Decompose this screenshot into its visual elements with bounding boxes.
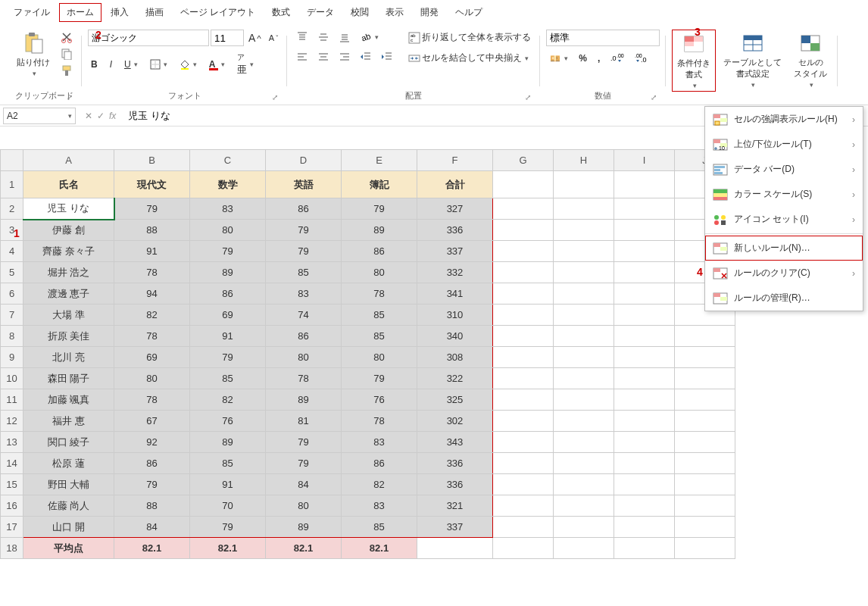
menu-校閲[interactable]: 校閲: [343, 3, 376, 22]
cell[interactable]: 79: [266, 432, 342, 453]
cell[interactable]: 322: [417, 368, 493, 389]
row-header-12[interactable]: 12: [1, 411, 23, 432]
col-header-F[interactable]: F: [417, 150, 493, 171]
cell[interactable]: 69: [114, 347, 190, 368]
cell[interactable]: 332: [417, 262, 493, 283]
cell[interactable]: 関口 綾子: [23, 432, 114, 453]
col-header-B[interactable]: B: [114, 150, 190, 171]
align-top-button[interactable]: [293, 30, 311, 45]
cell[interactable]: 78: [342, 283, 417, 305]
cell[interactable]: 児玉 りな: [23, 198, 114, 220]
cell[interactable]: 89: [190, 432, 266, 453]
cell[interactable]: 83: [266, 283, 342, 305]
cell[interactable]: 堀井 浩之: [23, 262, 114, 283]
col-header-C[interactable]: C: [190, 150, 266, 171]
underline-button[interactable]: U▾: [121, 58, 141, 71]
row-header-3[interactable]: 3: [1, 220, 23, 241]
cell[interactable]: 82: [114, 305, 190, 326]
decrease-decimal-button[interactable]: .00.0: [632, 52, 651, 65]
wrap-text-button[interactable]: abc 折り返して全体を表示する: [405, 30, 534, 45]
format-painter-button[interactable]: [58, 63, 76, 78]
fill-color-button[interactable]: ▾: [176, 58, 200, 71]
cell[interactable]: 山口 開: [23, 517, 114, 538]
avg-cell[interactable]: 82.1: [266, 538, 342, 559]
decrease-font-button[interactable]: Aˇ: [266, 32, 281, 44]
menu-数式[interactable]: 数式: [264, 3, 298, 22]
cell[interactable]: 83: [342, 495, 417, 517]
font-name-combo[interactable]: [88, 30, 209, 46]
cell[interactable]: 337: [417, 517, 493, 538]
cell[interactable]: 79: [114, 474, 190, 495]
cell[interactable]: 89: [190, 262, 266, 283]
row-header-8[interactable]: 8: [1, 326, 23, 347]
row-header-5[interactable]: 5: [1, 262, 23, 283]
cell[interactable]: 松原 蓮: [23, 453, 114, 474]
paste-button[interactable]: 貼り付け ▾: [12, 30, 55, 79]
cell[interactable]: 82: [342, 474, 417, 495]
cell[interactable]: 大場 準: [23, 305, 114, 326]
cell[interactable]: 86: [190, 283, 266, 305]
cell[interactable]: 302: [417, 411, 493, 432]
col-header-G[interactable]: G: [493, 150, 554, 171]
cell[interactable]: 89: [266, 517, 342, 538]
cell[interactable]: 79: [266, 453, 342, 474]
cell[interactable]: 78: [114, 389, 190, 411]
table-header-cell[interactable]: 数学: [190, 171, 266, 198]
avg-cell[interactable]: 82.1: [190, 538, 266, 559]
row-header-17[interactable]: 17: [1, 517, 23, 538]
cell[interactable]: 325: [417, 389, 493, 411]
cell[interactable]: 福井 恵: [23, 411, 114, 432]
menu-item-manage[interactable]: ルールの管理(R)…: [705, 286, 863, 311]
menu-item-iconset[interactable]: アイコン セット(I)›: [705, 207, 863, 232]
cell[interactable]: 337: [417, 241, 493, 262]
menu-ホーム[interactable]: ホーム: [59, 3, 101, 22]
cell[interactable]: 83: [190, 198, 266, 220]
cell[interactable]: 伊藤 創: [23, 220, 114, 241]
cell[interactable]: 86: [114, 453, 190, 474]
cell[interactable]: 327: [417, 198, 493, 220]
table-header-cell[interactable]: 英語: [266, 171, 342, 198]
menu-item-highlight[interactable]: セルの強調表示ルール(H)›: [705, 107, 863, 132]
cell[interactable]: 83: [342, 432, 417, 453]
table-header-cell[interactable]: 現代文: [114, 171, 190, 198]
menu-item-databar[interactable]: データ バー(D)›: [705, 157, 863, 182]
col-header-A[interactable]: A: [23, 150, 114, 171]
cell[interactable]: 78: [342, 411, 417, 432]
row-header-1[interactable]: 1: [1, 171, 23, 198]
cell[interactable]: 88: [114, 495, 190, 517]
avg-cell[interactable]: [417, 538, 493, 559]
copy-button[interactable]: [58, 46, 76, 61]
cell[interactable]: 85: [342, 305, 417, 326]
avg-cell[interactable]: 平均点: [23, 538, 114, 559]
cell[interactable]: 86: [342, 453, 417, 474]
cell[interactable]: 91: [190, 326, 266, 347]
cell[interactable]: 79: [266, 220, 342, 241]
menu-表示[interactable]: 表示: [378, 3, 411, 22]
menu-開発[interactable]: 開発: [413, 3, 446, 22]
cell[interactable]: 79: [342, 368, 417, 389]
row-header-7[interactable]: 7: [1, 305, 23, 326]
cell[interactable]: 321: [417, 495, 493, 517]
cell[interactable]: 79: [190, 517, 266, 538]
menu-挿入[interactable]: 挿入: [103, 3, 136, 22]
cell[interactable]: 336: [417, 474, 493, 495]
merge-center-button[interactable]: セルを結合して中央揃え▾: [405, 50, 534, 66]
cell[interactable]: 80: [190, 220, 266, 241]
cell[interactable]: 佐藤 尚人: [23, 495, 114, 517]
cell[interactable]: 79: [342, 198, 417, 220]
cell[interactable]: 79: [266, 241, 342, 262]
align-bottom-button[interactable]: [336, 30, 354, 45]
cell[interactable]: 78: [114, 326, 190, 347]
cell[interactable]: 70: [190, 495, 266, 517]
cell[interactable]: 85: [190, 368, 266, 389]
cell[interactable]: 79: [190, 241, 266, 262]
cell-styles-button[interactable]: セルの スタイル▾: [789, 30, 832, 90]
currency-button[interactable]: 💴▾: [546, 51, 571, 66]
table-header-cell[interactable]: 簿記: [342, 171, 417, 198]
menu-item-newrule[interactable]: 新しいルール(N)…: [705, 236, 863, 261]
cell[interactable]: 94: [114, 283, 190, 305]
row-header-4[interactable]: 4: [1, 241, 23, 262]
row-header-15[interactable]: 15: [1, 474, 23, 495]
number-expand[interactable]: ⤢: [651, 93, 657, 102]
cell[interactable]: 80: [342, 347, 417, 368]
